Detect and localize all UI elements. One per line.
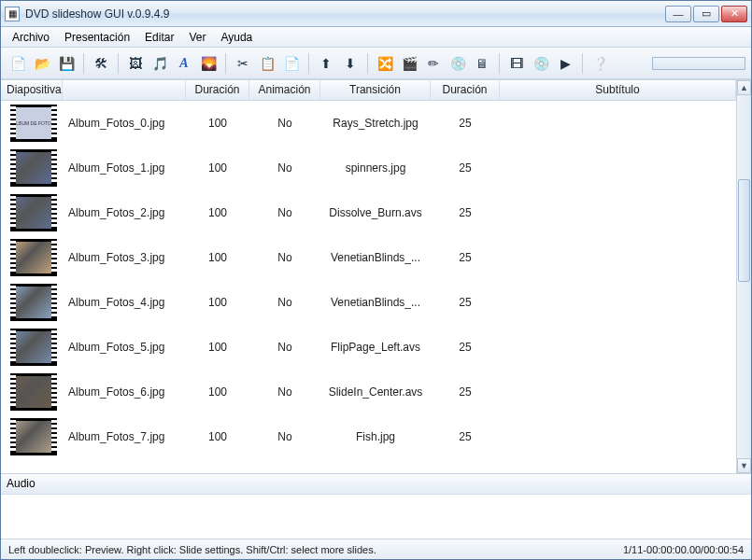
table-row[interactable]: Album_Fotos_6.jpg100NoSlideIn_Center.avs… [1, 370, 736, 414]
minimize-button[interactable]: — [665, 6, 691, 22]
export-youtube-icon: ▶ [560, 56, 571, 71]
menu-ayuda[interactable]: Ayuda [213, 29, 260, 46]
cell-trans-duration: 25 [431, 430, 500, 443]
export-video-icon: 🎞 [510, 56, 523, 71]
content: Diapositiva Duración Animación Transició… [1, 79, 751, 539]
row-thumb [5, 149, 63, 187]
table-row[interactable]: Album_Fotos_3.jpg100NoVenetianBlinds_...… [1, 235, 736, 280]
table-row[interactable]: Album_Fotos_4.jpg100NoVenetianBlinds_...… [1, 280, 736, 325]
table-row[interactable]: Album_Fotos_7.jpg100NoFish.jpg25 [1, 414, 736, 459]
cell-animation: No [249, 117, 320, 130]
toolbar-add-audio-button[interactable]: 🎵 [149, 52, 171, 75]
toolbar-add-images-button[interactable]: 🖼 [124, 52, 147, 75]
app-icon: ▦ [5, 7, 20, 21]
toolbar-open-button[interactable]: 📂 [31, 52, 53, 75]
filmstrip-icon [10, 149, 57, 187]
audio-header[interactable]: Audio [1, 474, 751, 495]
toolbar-save-button[interactable]: 💾 [55, 52, 78, 75]
cell-duration: 100 [186, 117, 249, 130]
maximize-icon: ▭ [702, 7, 711, 20]
toolbar-dvd-menu-button[interactable]: 💿 [447, 52, 469, 75]
slide-thumbnail [13, 331, 54, 363]
scroll-up-button[interactable]: ▲ [737, 80, 751, 95]
cell-trans-duration: 25 [431, 296, 500, 309]
cell-animation: No [249, 206, 320, 219]
scroll-track[interactable] [737, 95, 751, 458]
toolbar-background-button[interactable]: 🌄 [197, 52, 220, 75]
col-slide[interactable]: Diapositiva [1, 80, 63, 100]
cell-transition: VenetianBlinds_... [320, 251, 431, 264]
table-row[interactable]: Album_Fotos_5.jpg100NoFlipPage_Left.avs2… [1, 325, 736, 370]
toolbar-font-button[interactable]: A [173, 52, 195, 75]
toolbar-export-video-button[interactable]: 🎞 [505, 52, 528, 75]
col-animation[interactable]: Animación [249, 80, 320, 100]
cell-transition: Fish.jpg [320, 430, 431, 443]
menu-editar[interactable]: Editar [137, 29, 181, 46]
scroll-down-button[interactable]: ▼ [737, 458, 751, 473]
toolbar: 📄📂💾🛠🖼🎵A🌄✂📋📄⬆⬇🔀🎬✏💿🖥🎞💿▶❔ [1, 48, 751, 79]
toolbar-subtitle-button[interactable]: ✏ [422, 52, 445, 75]
table-row[interactable]: Album_Fotos_1.jpg100Nospinners.jpg25 [1, 146, 736, 190]
toolbar-export-youtube-button[interactable]: ▶ [554, 52, 576, 75]
toolbar-new-button[interactable]: 📄 [7, 52, 29, 75]
vertical-scrollbar[interactable]: ▲ ▼ [736, 80, 751, 473]
table-row[interactable]: ALBUM DE FOTOSAlbum_Fotos_0.jpg100NoRays… [1, 101, 736, 146]
cell-duration: 100 [186, 296, 249, 309]
cell-filename: Album_Fotos_2.jpg [63, 206, 186, 219]
toolbar-paste-button[interactable]: 📄 [280, 52, 303, 75]
cell-animation: No [249, 296, 320, 309]
cell-duration: 100 [186, 430, 249, 443]
toolbar-move-up-button[interactable]: ⬆ [315, 52, 337, 75]
window-buttons: — ▭ ✕ [665, 6, 747, 22]
col-duration2[interactable]: Duración [431, 80, 500, 100]
toolbar-burn-dvd-button[interactable]: 💿 [530, 52, 552, 75]
cell-duration: 100 [186, 341, 249, 354]
cell-filename: Album_Fotos_6.jpg [63, 385, 186, 399]
close-button[interactable]: ✕ [721, 6, 747, 22]
burn-dvd-icon: 💿 [533, 56, 549, 71]
menu-archivo[interactable]: Archivo [5, 29, 57, 46]
toolbar-separator [499, 53, 500, 74]
col-subtitle[interactable]: Subtítulo [500, 80, 736, 100]
audio-body[interactable] [1, 495, 751, 539]
dvd-menu-icon: 💿 [450, 56, 466, 71]
cell-animation: No [249, 161, 320, 175]
table-row[interactable]: Album_Fotos_2.jpg100NoDissolve_Burn.avs2… [1, 190, 736, 235]
menu-ver[interactable]: Ver [181, 29, 213, 46]
slide-table-area: Diapositiva Duración Animación Transició… [1, 80, 751, 473]
toolbar-copy-button[interactable]: 📋 [256, 52, 278, 75]
toolbar-animate-button[interactable]: 🎬 [398, 52, 420, 75]
toolbar-separator [308, 53, 309, 74]
toolbar-cut-button[interactable]: ✂ [232, 52, 254, 75]
statusbar: Left doubleclick: Preview. Right click: … [1, 539, 751, 559]
cell-duration: 100 [186, 385, 249, 399]
cell-animation: No [249, 251, 320, 264]
menu-presentación[interactable]: Presentación [57, 29, 137, 46]
slide-thumbnail [13, 197, 54, 229]
cell-trans-duration: 25 [431, 341, 500, 354]
col-duration1[interactable]: Duración [186, 80, 249, 100]
col-blank[interactable] [63, 80, 186, 100]
paste-icon: 📄 [284, 56, 300, 71]
cell-trans-duration: 25 [431, 385, 500, 399]
scroll-thumb[interactable] [738, 179, 750, 282]
copy-icon: 📋 [260, 56, 276, 71]
toolbar-settings-button[interactable]: 🛠 [90, 52, 112, 75]
slide-table[interactable]: Diapositiva Duración Animación Transició… [1, 80, 736, 473]
titlebar: ▦ DVD slideshow GUI v.0.9.4.9 — ▭ ✕ [1, 1, 751, 27]
maximize-button[interactable]: ▭ [693, 6, 719, 22]
toolbar-preview-button[interactable]: 🖥 [471, 52, 493, 75]
row-thumb [5, 418, 63, 455]
filmstrip-icon [10, 239, 57, 276]
col-transition[interactable]: Transición [320, 80, 431, 100]
toolbar-move-down-button[interactable]: ⬇ [339, 52, 362, 75]
cell-filename: Album_Fotos_3.jpg [63, 251, 186, 264]
filmstrip-icon [10, 284, 57, 321]
audio-panel: Audio [1, 473, 751, 539]
toolbar-transition-button[interactable]: 🔀 [374, 52, 396, 75]
window-title: DVD slideshow GUI v.0.9.4.9 [25, 7, 665, 21]
cell-filename: Album_Fotos_5.jpg [63, 341, 186, 354]
toolbar-help-button[interactable]: ❔ [589, 52, 611, 75]
row-thumb [5, 373, 63, 411]
toolbar-separator [83, 53, 84, 74]
